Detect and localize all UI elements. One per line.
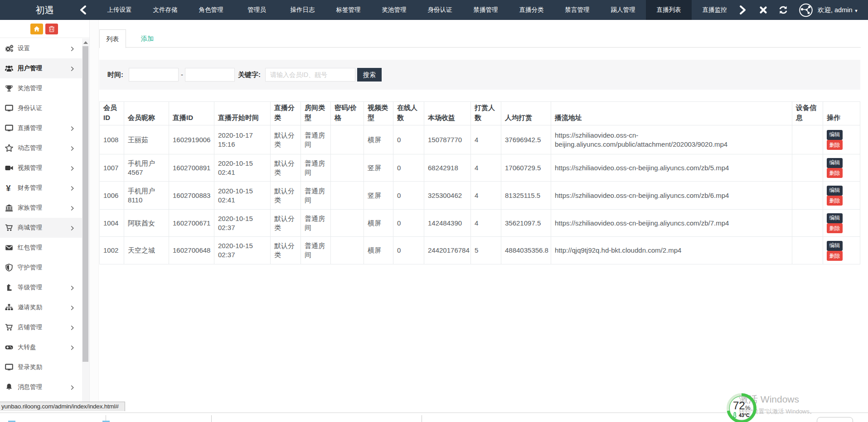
svg-text:%: % <box>745 404 751 411</box>
svg-text:¥: ¥ <box>6 184 11 192</box>
svg-text:43°C: 43°C <box>739 412 750 418</box>
svg-text:72: 72 <box>733 399 745 412</box>
